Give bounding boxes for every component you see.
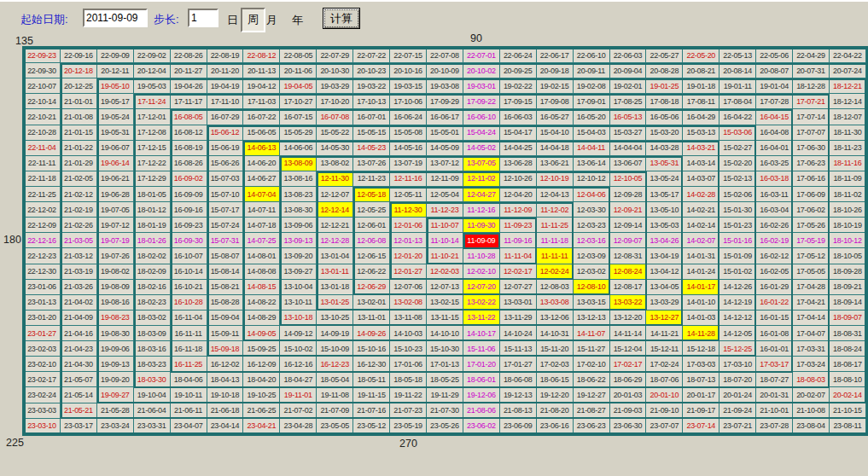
- date-cell: 11-10-28: [463, 248, 500, 264]
- date-cell: 14-03-07: [683, 171, 719, 187]
- angle-label-270: 270: [399, 438, 417, 450]
- date-cell: 22-05-13: [719, 48, 756, 63]
- date-cell: 22-12-02: [24, 202, 61, 218]
- date-cell: 13-11-22: [463, 311, 500, 326]
- date-cell: 11-10-14: [427, 233, 463, 248]
- date-cell: 13-05-03: [646, 218, 683, 233]
- date-cell: 19-11-01: [280, 387, 317, 403]
- date-cell: 15-06-12: [207, 125, 244, 141]
- date-cell: 13-10-18: [280, 311, 317, 326]
- date-cell: 20-10-16: [390, 63, 427, 78]
- date-cell: 17-01-13: [427, 357, 463, 372]
- date-cell: 22-08-12: [243, 48, 280, 63]
- date-cell: 21-05-07: [61, 372, 97, 387]
- date-cell: 19-08-09: [97, 280, 134, 295]
- date-cell: 21-10-15: [830, 403, 866, 419]
- date-cell: 16-02-19: [756, 233, 793, 248]
- date-cell: 13-09-06: [280, 218, 317, 233]
- date-cell: 13-06-28: [500, 156, 537, 171]
- date-cell: 14-02-14: [683, 218, 719, 233]
- date-cell: 12-11-23: [353, 171, 390, 187]
- date-cell: 17-02-17: [610, 357, 647, 372]
- date-cell: 14-02-21: [683, 202, 719, 218]
- date-cell: 14-10-31: [537, 326, 574, 341]
- date-cell: 14-11-07: [574, 326, 610, 341]
- date-cell: 17-12-29: [134, 171, 171, 187]
- date-cell: 13-05-24: [646, 171, 683, 187]
- date-cell: 18-04-06: [171, 372, 207, 387]
- date-cell: 20-02-14: [830, 387, 866, 403]
- date-cell: 21-06-11: [171, 403, 207, 419]
- date-cell: 13-11-15: [427, 311, 463, 326]
- date-cell: 21-03-05: [61, 233, 97, 248]
- date-cell: 16-12-16: [280, 357, 317, 372]
- date-cell: 18-09-28: [830, 264, 866, 280]
- calculate-button-label: 计算: [325, 10, 358, 26]
- date-cell: 14-12-05: [719, 326, 756, 341]
- date-cell: 19-08-02: [97, 264, 134, 280]
- unit-day-option[interactable]: 日: [227, 13, 238, 28]
- date-cell: 17-02-24: [646, 357, 683, 372]
- date-cell: 17-03-10: [719, 357, 756, 372]
- date-cell: 15-09-18: [207, 341, 244, 357]
- date-cell: 13-05-31: [646, 156, 683, 171]
- date-cell: 18-10-26: [830, 202, 866, 218]
- date-cell: 16-07-22: [243, 109, 280, 125]
- date-cell: 17-10-27: [280, 94, 317, 109]
- date-cell: 16-09-02: [171, 171, 207, 187]
- date-cell: 13-02-08: [390, 295, 427, 311]
- date-cell: 22-12-09: [24, 218, 61, 233]
- date-cell: 15-02-20: [719, 156, 756, 171]
- date-cell: 19-10-11: [171, 387, 207, 403]
- date-cell: 20-08-28: [646, 63, 683, 78]
- date-cell: 16-01-29: [756, 280, 793, 295]
- date-cell: 12-09-28: [610, 187, 647, 202]
- date-cell: 12-02-24: [537, 264, 574, 280]
- date-cell: 12-01-27: [390, 264, 427, 280]
- unit-week-option-selected[interactable]: 周: [241, 8, 265, 32]
- date-cell: 19-03-15: [390, 78, 427, 94]
- unit-year-option[interactable]: 年: [292, 13, 303, 28]
- step-input[interactable]: [188, 9, 218, 27]
- unit-month-option[interactable]: 月: [266, 13, 277, 28]
- date-cell: 13-06-07: [610, 156, 647, 171]
- date-cell: 15-12-04: [610, 341, 647, 357]
- date-cell: 13-12-27: [646, 311, 683, 326]
- calculate-button[interactable]: 计算: [323, 8, 360, 29]
- date-cell: 20-11-13: [243, 63, 280, 78]
- date-cell: 23-03-17: [61, 419, 97, 434]
- date-cell: 12-07-20: [463, 280, 500, 295]
- date-cell: 17-12-08: [134, 125, 171, 141]
- date-cell: 13-09-13: [280, 233, 317, 248]
- date-cell: 15-03-20: [646, 125, 683, 141]
- date-cell: 19-05-31: [97, 125, 134, 141]
- date-cell: 14-03-28: [646, 141, 683, 156]
- date-cell: 16-02-26: [756, 218, 793, 233]
- date-cell: 12-05-11: [390, 187, 427, 202]
- date-cell: 12-08-17: [610, 280, 647, 295]
- date-cell: 21-09-10: [646, 403, 683, 419]
- date-cell: 11-10-21: [427, 248, 463, 264]
- date-cell: 22-08-26: [171, 48, 207, 63]
- date-cell: 23-02-17: [24, 372, 61, 387]
- date-cell: 13-03-22: [610, 295, 647, 311]
- date-cell: 18-09-14: [830, 295, 866, 311]
- angle-label-225: 225: [6, 437, 24, 449]
- date-cell: 12-02-17: [500, 264, 537, 280]
- date-cell: 13-07-19: [390, 156, 427, 171]
- date-cell: 23-02-24: [24, 387, 61, 403]
- date-cell: 18-01-26: [134, 233, 171, 248]
- date-cell: 14-09-19: [317, 326, 353, 341]
- date-cell: 16-06-03: [500, 109, 537, 125]
- date-cell: 12-04-27: [463, 187, 500, 202]
- date-cell: 16-04-22: [719, 109, 756, 125]
- date-cell: 17-09-15: [500, 94, 537, 109]
- date-cell: 19-06-14: [97, 156, 134, 171]
- date-cell: 14-08-29: [243, 311, 280, 326]
- date-cell: 14-05-02: [463, 141, 500, 156]
- start-date-input[interactable]: [83, 9, 148, 27]
- date-cell: 20-12-18: [61, 63, 97, 78]
- date-cell: 21-08-13: [500, 403, 537, 419]
- date-cell: 16-09-23: [171, 218, 207, 233]
- date-cell: 15-04-17: [500, 125, 537, 141]
